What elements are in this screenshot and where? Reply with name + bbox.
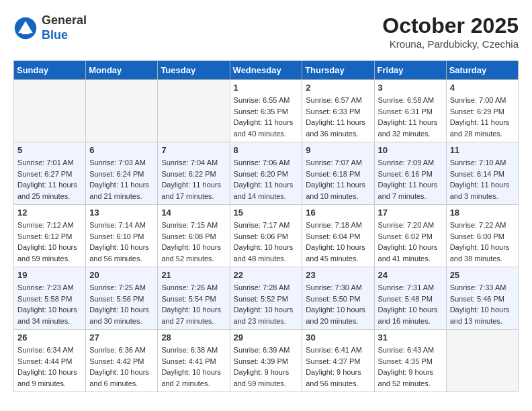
calendar-week-row: 5 Sunrise: 7:01 AM Sunset: 6:27 PM Dayli… xyxy=(14,142,519,205)
day-info: Sunrise: 7:00 AM Sunset: 6:29 PM Dayligh… xyxy=(450,95,515,139)
day-info: Sunrise: 7:28 AM Sunset: 5:52 PM Dayligh… xyxy=(234,282,299,326)
day-cell: 25 Sunrise: 7:33 AM Sunset: 5:46 PM Dayl… xyxy=(446,267,518,330)
day-cell: 10 Sunrise: 7:09 AM Sunset: 6:16 PM Dayl… xyxy=(374,142,446,205)
weekday-header: Sunday xyxy=(14,61,86,80)
day-number: 28 xyxy=(161,332,226,342)
day-cell: 9 Sunrise: 7:07 AM Sunset: 6:18 PM Dayli… xyxy=(302,142,374,205)
day-number: 27 xyxy=(89,332,154,342)
day-info: Sunrise: 7:31 AM Sunset: 5:48 PM Dayligh… xyxy=(378,282,443,326)
day-info: Sunrise: 6:55 AM Sunset: 6:35 PM Dayligh… xyxy=(234,95,299,139)
weekday-header: Monday xyxy=(86,61,158,80)
day-info: Sunrise: 7:20 AM Sunset: 6:02 PM Dayligh… xyxy=(378,220,443,264)
weekday-header-row: SundayMondayTuesdayWednesdayThursdayFrid… xyxy=(14,61,519,80)
empty-day-cell xyxy=(446,330,518,392)
day-cell: 16 Sunrise: 7:18 AM Sunset: 6:04 PM Dayl… xyxy=(302,205,374,267)
day-number: 25 xyxy=(450,270,515,280)
calendar-table: SundayMondayTuesdayWednesdayThursdayFrid… xyxy=(13,60,519,392)
day-cell: 27 Sunrise: 6:36 AM Sunset: 4:42 PM Dayl… xyxy=(86,330,158,392)
day-number: 23 xyxy=(306,270,370,280)
day-cell: 4 Sunrise: 7:00 AM Sunset: 6:29 PM Dayli… xyxy=(446,80,518,142)
day-number: 15 xyxy=(234,208,299,218)
day-cell: 2 Sunrise: 6:57 AM Sunset: 6:33 PM Dayli… xyxy=(302,80,374,142)
day-cell: 3 Sunrise: 6:58 AM Sunset: 6:31 PM Dayli… xyxy=(374,80,446,142)
day-number: 8 xyxy=(234,145,299,155)
day-number: 17 xyxy=(378,208,443,218)
day-number: 16 xyxy=(306,208,370,218)
day-number: 20 xyxy=(89,270,154,280)
day-info: Sunrise: 7:15 AM Sunset: 6:08 PM Dayligh… xyxy=(161,220,226,264)
empty-day-cell xyxy=(86,80,158,142)
day-number: 30 xyxy=(306,332,370,342)
svg-rect-2 xyxy=(22,29,30,34)
day-cell: 1 Sunrise: 6:55 AM Sunset: 6:35 PM Dayli… xyxy=(230,80,302,142)
day-info: Sunrise: 7:01 AM Sunset: 6:27 PM Dayligh… xyxy=(17,157,82,201)
day-number: 31 xyxy=(378,332,443,342)
day-number: 7 xyxy=(161,145,226,155)
day-info: Sunrise: 6:41 AM Sunset: 4:37 PM Dayligh… xyxy=(306,345,370,389)
day-cell: 21 Sunrise: 7:26 AM Sunset: 5:54 PM Dayl… xyxy=(158,267,230,330)
day-info: Sunrise: 6:39 AM Sunset: 4:39 PM Dayligh… xyxy=(234,345,299,389)
day-info: Sunrise: 7:23 AM Sunset: 5:58 PM Dayligh… xyxy=(17,282,82,326)
day-cell: 31 Sunrise: 6:43 AM Sunset: 4:35 PM Dayl… xyxy=(374,330,446,392)
month-title: October 2025 xyxy=(382,13,519,38)
day-info: Sunrise: 7:18 AM Sunset: 6:04 PM Dayligh… xyxy=(306,220,370,264)
location-subtitle: Krouna, Pardubicky, Czechia xyxy=(382,38,519,50)
title-block: October 2025 Krouna, Pardubicky, Czechia xyxy=(382,13,519,50)
day-cell: 11 Sunrise: 7:10 AM Sunset: 6:14 PM Dayl… xyxy=(446,142,518,205)
day-info: Sunrise: 7:12 AM Sunset: 6:12 PM Dayligh… xyxy=(17,220,82,264)
day-cell: 13 Sunrise: 7:14 AM Sunset: 6:10 PM Dayl… xyxy=(86,205,158,267)
day-number: 24 xyxy=(378,270,443,280)
day-number: 22 xyxy=(234,270,299,280)
day-cell: 15 Sunrise: 7:17 AM Sunset: 6:06 PM Dayl… xyxy=(230,205,302,267)
day-number: 19 xyxy=(17,270,82,280)
empty-day-cell xyxy=(158,80,230,142)
day-cell: 28 Sunrise: 6:38 AM Sunset: 4:41 PM Dayl… xyxy=(158,330,230,392)
day-cell: 19 Sunrise: 7:23 AM Sunset: 5:58 PM Dayl… xyxy=(14,267,86,330)
day-info: Sunrise: 6:38 AM Sunset: 4:41 PM Dayligh… xyxy=(161,345,226,389)
day-info: Sunrise: 7:25 AM Sunset: 5:56 PM Dayligh… xyxy=(89,282,154,326)
day-cell: 14 Sunrise: 7:15 AM Sunset: 6:08 PM Dayl… xyxy=(158,205,230,267)
day-number: 18 xyxy=(450,208,515,218)
day-cell: 8 Sunrise: 7:06 AM Sunset: 6:20 PM Dayli… xyxy=(230,142,302,205)
day-cell: 23 Sunrise: 7:30 AM Sunset: 5:50 PM Dayl… xyxy=(302,267,374,330)
empty-day-cell xyxy=(14,80,86,142)
day-info: Sunrise: 7:09 AM Sunset: 6:16 PM Dayligh… xyxy=(378,157,443,201)
calendar-week-row: 1 Sunrise: 6:55 AM Sunset: 6:35 PM Dayli… xyxy=(14,80,519,142)
day-number: 9 xyxy=(306,145,370,155)
day-info: Sunrise: 6:58 AM Sunset: 6:31 PM Dayligh… xyxy=(378,95,443,139)
day-number: 1 xyxy=(234,83,299,93)
day-cell: 26 Sunrise: 6:34 AM Sunset: 4:44 PM Dayl… xyxy=(14,330,86,392)
day-cell: 20 Sunrise: 7:25 AM Sunset: 5:56 PM Dayl… xyxy=(86,267,158,330)
day-number: 21 xyxy=(161,270,226,280)
logo-text: General Blue xyxy=(42,13,87,42)
day-number: 3 xyxy=(378,83,443,93)
day-info: Sunrise: 7:10 AM Sunset: 6:14 PM Dayligh… xyxy=(450,157,515,201)
day-info: Sunrise: 7:26 AM Sunset: 5:54 PM Dayligh… xyxy=(161,282,226,326)
day-number: 2 xyxy=(306,83,370,93)
logo: General Blue xyxy=(13,13,87,42)
day-number: 12 xyxy=(17,208,82,218)
day-info: Sunrise: 7:06 AM Sunset: 6:20 PM Dayligh… xyxy=(234,157,299,201)
day-cell: 5 Sunrise: 7:01 AM Sunset: 6:27 PM Dayli… xyxy=(14,142,86,205)
weekday-header: Wednesday xyxy=(230,61,302,80)
day-cell: 6 Sunrise: 7:03 AM Sunset: 6:24 PM Dayli… xyxy=(86,142,158,205)
day-info: Sunrise: 6:57 AM Sunset: 6:33 PM Dayligh… xyxy=(306,95,370,139)
weekday-header: Thursday xyxy=(302,61,374,80)
weekday-header: Tuesday xyxy=(158,61,230,80)
day-cell: 30 Sunrise: 6:41 AM Sunset: 4:37 PM Dayl… xyxy=(302,330,374,392)
day-number: 26 xyxy=(17,332,82,342)
day-cell: 24 Sunrise: 7:31 AM Sunset: 5:48 PM Dayl… xyxy=(374,267,446,330)
day-number: 11 xyxy=(450,145,515,155)
calendar-week-row: 12 Sunrise: 7:12 AM Sunset: 6:12 PM Dayl… xyxy=(14,205,519,267)
day-cell: 7 Sunrise: 7:04 AM Sunset: 6:22 PM Dayli… xyxy=(158,142,230,205)
day-info: Sunrise: 7:17 AM Sunset: 6:06 PM Dayligh… xyxy=(234,220,299,264)
day-number: 13 xyxy=(89,208,154,218)
day-info: Sunrise: 7:14 AM Sunset: 6:10 PM Dayligh… xyxy=(89,220,154,264)
day-number: 14 xyxy=(161,208,226,218)
day-info: Sunrise: 7:07 AM Sunset: 6:18 PM Dayligh… xyxy=(306,157,370,201)
day-number: 6 xyxy=(89,145,154,155)
day-info: Sunrise: 6:34 AM Sunset: 4:44 PM Dayligh… xyxy=(17,345,82,389)
day-info: Sunrise: 6:36 AM Sunset: 4:42 PM Dayligh… xyxy=(89,345,154,389)
calendar-week-row: 26 Sunrise: 6:34 AM Sunset: 4:44 PM Dayl… xyxy=(14,330,519,392)
calendar-week-row: 19 Sunrise: 7:23 AM Sunset: 5:58 PM Dayl… xyxy=(14,267,519,330)
